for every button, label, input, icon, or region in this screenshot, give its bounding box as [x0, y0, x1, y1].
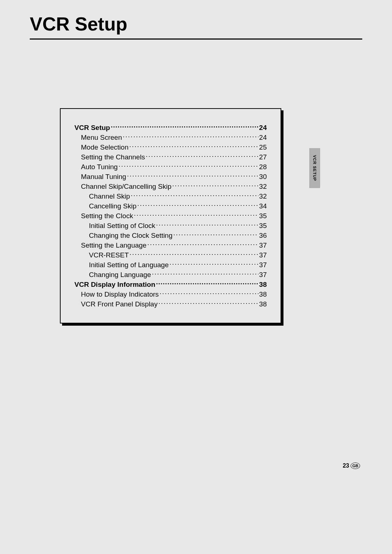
toc-entry: Setting the Channels 27	[74, 152, 267, 162]
toc-leader-dots	[156, 280, 258, 287]
toc-entry-page: 35	[259, 211, 267, 221]
toc-entry: Setting the Language 37	[74, 240, 267, 250]
toc-entry-label: Channel Skip/Cancelling Skip	[81, 182, 171, 191]
toc-leader-dots	[111, 123, 258, 130]
toc-entry: Setting the Clock 35	[74, 211, 267, 221]
toc-leader-dots	[158, 300, 258, 306]
toc-entry-page: 37	[259, 250, 267, 260]
toc-entry-label: Mode Selection	[81, 142, 128, 152]
toc-entry: Cancelling Skip 34	[74, 201, 267, 211]
toc-entry-page: 28	[259, 162, 267, 172]
toc-entry: VCR Front Panel Display 38	[74, 299, 267, 309]
toc-entry: How to Display Indicators 38	[74, 289, 267, 299]
toc-entry-label: VCR-RESET	[89, 250, 129, 260]
toc-entry-label: Setting the Language	[81, 240, 147, 250]
toc-entry-page: 32	[259, 191, 267, 201]
toc-entry-page: 35	[259, 221, 267, 231]
toc-entry-page: 36	[259, 231, 267, 240]
side-tab: VCR SETUP	[309, 148, 320, 188]
toc-entry-label: VCR Front Panel Display	[81, 299, 158, 309]
toc-entry-page: 24	[259, 123, 267, 133]
toc-entry-label: VCR Setup	[74, 123, 110, 133]
toc-entry-page: 38	[259, 289, 267, 299]
toc-entry-label: Initial Setting of Language	[89, 260, 169, 270]
toc-entry: Channel Skip 32	[74, 191, 267, 201]
toc-leader-dots	[129, 143, 258, 150]
toc-entry-page: 37	[259, 270, 267, 280]
toc-entry-label: Menu Screen	[81, 133, 122, 142]
toc-entry-label: Channel Skip	[89, 191, 130, 201]
toc-entry: Changing Language 37	[74, 270, 267, 280]
page-title: VCR Setup	[30, 13, 362, 40]
toc-leader-dots	[156, 221, 258, 228]
toc-entry-page: 34	[259, 201, 267, 211]
toc-entry-label: Changing Language	[89, 270, 151, 280]
page-number: 23	[343, 463, 349, 469]
toc-leader-dots	[172, 182, 258, 189]
toc-entry-label: Changing the Clock Setting	[89, 231, 172, 240]
toc-leader-dots	[137, 201, 258, 208]
toc-leader-dots	[134, 211, 258, 218]
toc-entry-label: Initial Setting of Clock	[89, 221, 155, 231]
toc-entry: Changing the Clock Setting 36	[74, 231, 267, 240]
toc-entry: Manual Tuning 30	[74, 172, 267, 182]
toc-entry: Initial Setting of Clock 35	[74, 221, 267, 231]
toc-leader-dots	[131, 192, 258, 199]
toc-entry: Initial Setting of Language 37	[74, 260, 267, 270]
toc-container: VCR Setup 24Menu Screen 24Mode Selection…	[60, 108, 281, 323]
toc-entry: Mode Selection 25	[74, 142, 267, 152]
toc-entry-label: Setting the Clock	[81, 211, 133, 221]
toc-leader-dots	[118, 162, 258, 169]
toc-leader-dots	[147, 241, 258, 248]
toc-entry-page: 37	[259, 240, 267, 250]
toc-entry: VCR Setup 24	[74, 123, 267, 133]
toc-entry-page: 24	[259, 133, 267, 142]
toc-leader-dots	[146, 152, 258, 159]
toc-entry-label: Manual Tuning	[81, 172, 126, 182]
toc-entry-page: 38	[259, 299, 267, 309]
toc-entry: Menu Screen 24	[74, 133, 267, 142]
toc-leader-dots	[127, 172, 258, 179]
toc-entry-page: 37	[259, 260, 267, 270]
toc-entry-page: 38	[259, 280, 267, 289]
toc-leader-dots	[152, 270, 258, 277]
toc-leader-dots	[173, 231, 258, 238]
region-badge: GB	[351, 463, 360, 469]
toc-leader-dots	[130, 250, 258, 257]
toc-entry-label: Setting the Channels	[81, 152, 145, 162]
toc-entry-label: VCR Display Information	[74, 280, 155, 289]
toc-entry-page: 30	[259, 172, 267, 182]
toc-entry-label: Cancelling Skip	[89, 201, 136, 211]
toc-entry: Channel Skip/Cancelling Skip 32	[74, 182, 267, 191]
toc-entry: VCR-RESET 37	[74, 250, 267, 260]
toc-entry-label: Auto Tuning	[81, 162, 118, 172]
toc-leader-dots	[159, 290, 258, 297]
toc-entry-page: 32	[259, 182, 267, 191]
toc-entry-page: 27	[259, 152, 267, 162]
toc-leader-dots	[170, 260, 258, 267]
toc-entry: Auto Tuning 28	[74, 162, 267, 172]
toc-leader-dots	[123, 133, 258, 140]
toc-entry: VCR Display Information 38	[74, 280, 267, 289]
toc-entry-label: How to Display Indicators	[81, 289, 159, 299]
toc-entry-page: 25	[259, 142, 267, 152]
side-tab-label: VCR SETUP	[313, 155, 317, 181]
page-footer: 23 GB	[343, 463, 360, 469]
